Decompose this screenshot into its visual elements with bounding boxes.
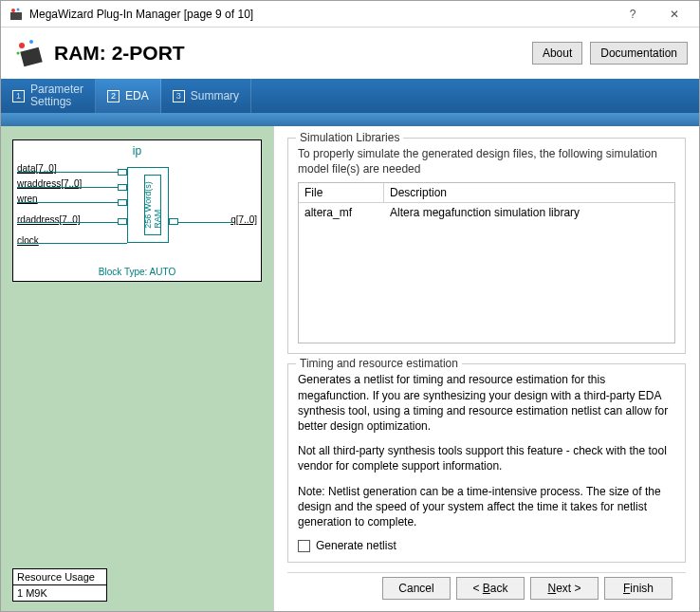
port-q: q[7..0] xyxy=(230,214,257,225)
finish-button[interactable]: Finish xyxy=(604,577,672,600)
documentation-button[interactable]: Documentation xyxy=(590,42,688,65)
page-title: RAM: 2-PORT xyxy=(54,42,525,65)
help-button[interactable]: ? xyxy=(612,1,654,28)
port-rdaddress: rdaddress[7..0] xyxy=(17,214,81,225)
svg-point-4 xyxy=(19,43,25,48)
next-button[interactable]: Next > xyxy=(530,577,599,600)
about-button[interactable]: About xyxy=(532,42,582,65)
titlebar: MegaWizard Plug-In Manager [page 9 of 10… xyxy=(1,1,699,28)
back-button[interactable]: < Back xyxy=(456,577,525,600)
table-header: File Description xyxy=(299,183,674,203)
settings-panel: Simulation Libraries To properly simulat… xyxy=(274,126,699,611)
table-row: altera_mf Altera megafunction simulation… xyxy=(299,203,674,222)
wizard-logo-icon xyxy=(12,36,46,70)
generate-netlist-checkbox[interactable]: Generate netlist xyxy=(298,539,675,552)
tab-bar: 1 Parameter Settings 2 EDA 3 Summary xyxy=(1,79,699,113)
tab-summary[interactable]: 3 Summary xyxy=(161,79,251,113)
block-diagram: ip data[7..0] wraddress[7..0] wren rdadd… xyxy=(12,139,262,282)
tab-parameter-settings[interactable]: 1 Parameter Settings xyxy=(1,79,96,113)
simulation-table: File Description altera_mf Altera megafu… xyxy=(298,182,675,343)
svg-point-1 xyxy=(11,9,15,12)
simulation-libraries-group: Simulation Libraries To properly simulat… xyxy=(287,138,686,354)
preview-panel: ip data[7..0] wraddress[7..0] wren rdadd… xyxy=(1,126,274,611)
svg-point-2 xyxy=(17,8,20,10)
window-title: MegaWizard Plug-In Manager [page 9 of 10… xyxy=(29,8,612,21)
app-icon xyxy=(9,7,24,22)
svg-point-5 xyxy=(29,40,33,44)
resource-usage: Resource Usage 1 M9K xyxy=(12,568,107,602)
main-content: ip data[7..0] wraddress[7..0] wren rdadd… xyxy=(1,126,699,611)
port-clock: clock xyxy=(17,235,39,246)
tab-eda[interactable]: 2 EDA xyxy=(96,79,161,113)
svg-point-6 xyxy=(17,52,20,55)
cancel-button[interactable]: Cancel xyxy=(382,577,451,600)
timing-estimation-group: Timing and resource estimation Generates… xyxy=(287,363,686,563)
wizard-footer: Cancel < Back Next > Finish xyxy=(287,572,686,603)
header: RAM: 2-PORT About Documentation xyxy=(1,28,699,79)
close-button[interactable]: ✕ xyxy=(654,1,695,28)
svg-rect-0 xyxy=(10,12,22,20)
svg-rect-3 xyxy=(20,47,42,67)
tab-subbar xyxy=(1,113,699,126)
checkbox-box-icon xyxy=(298,540,310,552)
